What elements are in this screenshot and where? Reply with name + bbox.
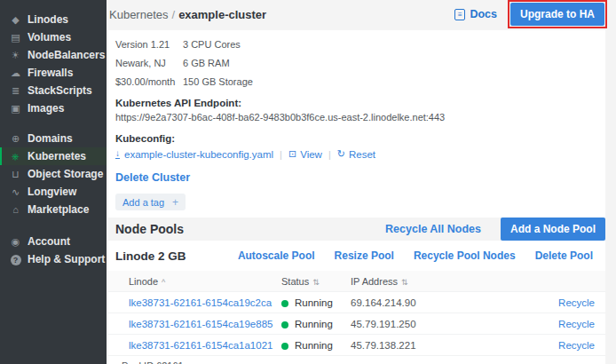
table-row: lke38731-62161-6154ca19c2ca Running 69.1… [108, 291, 605, 313]
cluster-specs: Version 1.21 3 CPU Cores Newark, NJ 6 GB… [115, 39, 253, 87]
sidebar-item-help-support[interactable]: ? Help & Support [0, 250, 107, 268]
kubeconfig-reset-link[interactable]: Reset [349, 149, 375, 160]
node-status: Running [281, 319, 351, 329]
node-pool-card: Linode 2 GB Autoscale Pool Resize Pool R… [108, 241, 605, 364]
object-storage-icon: ⊔ [9, 169, 22, 180]
sidebar-group-divider [0, 117, 107, 130]
sidebar-item-nodebalancers[interactable]: ☀ NodeBalancers [0, 46, 107, 64]
docs-label: Docs [470, 8, 497, 20]
sidebar-item-label: Kubernetes [28, 150, 86, 162]
docs-icon: ≡ [454, 9, 465, 20]
sidebar-item-stackscripts[interactable]: ≣ StackScripts [0, 82, 107, 99]
node-ip: 45.79.138.221 [351, 340, 503, 351]
node-pools-header: Node Pools Recycle All Nodes Add a Node … [108, 218, 605, 241]
main-content: Kubernetes/example-cluster ≡ Docs Upgrad… [107, 0, 616, 364]
sidebar-item-label: Object Storage [28, 168, 103, 180]
cluster-region: Newark, NJ [115, 58, 183, 68]
divider: | [328, 149, 331, 160]
sidebar-item-label: Marketplace [28, 203, 89, 216]
breadcrumb-separator: / [172, 8, 176, 21]
node-status: Running [281, 297, 351, 308]
sidebar-item-domains[interactable]: ⊕ Domains [0, 130, 107, 147]
pool-id-footer: Pool ID 62161 [108, 355, 605, 364]
page-header: Kubernetes/example-cluster ≡ Docs Upgrad… [107, 0, 616, 28]
sidebar-item-label: Linodes [28, 13, 68, 26]
node-pools-title: Node Pools [115, 222, 184, 236]
sidebar-item-marketplace[interactable]: ⌂ Marketplace [0, 201, 107, 218]
node-status: Running [281, 340, 351, 351]
recycle-node-link[interactable]: Recycle [558, 340, 595, 351]
sidebar-item-firewalls[interactable]: ☁ Firewalls [0, 64, 107, 82]
breadcrumb-kubernetes[interactable]: Kubernetes [109, 8, 169, 21]
kubeconfig-view-link[interactable]: View [300, 149, 322, 160]
column-header-linode[interactable]: Linode^ [108, 276, 281, 287]
upgrade-to-ha-button[interactable]: Upgrade to HA [510, 3, 604, 26]
kubeconfig-row: ↓ example-cluster-kubeconfig.yaml | ⊡ Vi… [115, 148, 605, 160]
node-link[interactable]: lke38731-62161-6154ca19e885 [129, 319, 272, 329]
recycle-pool-nodes-link[interactable]: Recycle Pool Nodes [414, 249, 516, 262]
sidebar-item-longview[interactable]: ∿ Longview [0, 183, 107, 201]
sort-icon[interactable]: ⇅ [312, 278, 320, 287]
node-link[interactable]: lke38731-62161-6154ca1a1021 [129, 340, 272, 351]
sidebar-item-account[interactable]: ◉ Account [0, 233, 107, 250]
images-icon: ▣ [9, 103, 22, 115]
cluster-storage: 150 GB Storage [183, 76, 253, 87]
table-header: Linode^ Status⇅ IP Address⇅ [108, 271, 605, 291]
resize-pool-link[interactable]: Resize Pool [335, 249, 394, 262]
node-link[interactable]: lke38731-62161-6154ca19c2ca [129, 297, 272, 308]
delete-pool-link[interactable]: Delete Pool [535, 249, 593, 262]
sidebar-item-label: Volumes [28, 31, 71, 44]
recycle-node-link[interactable]: Recycle [558, 319, 595, 329]
sidebar-item-object-storage[interactable]: ⊔ Object Storage [0, 165, 107, 183]
reset-icon: ↻ [337, 148, 345, 160]
delete-cluster-button[interactable]: Delete Cluster [115, 171, 605, 184]
column-header-status[interactable]: Status⇅ [281, 276, 351, 287]
sidebar-group-divider [0, 218, 107, 233]
cluster-version: Version 1.21 [115, 39, 183, 50]
firewalls-icon: ☁ [9, 67, 22, 79]
sidebar-item-label: Account [28, 235, 70, 248]
linode-icon: ◆ [9, 14, 22, 26]
sort-icon[interactable]: ⇅ [401, 278, 408, 287]
sidebar-item-volumes[interactable]: ▤ Volumes [0, 28, 107, 46]
column-header-ip[interactable]: IP Address⇅ [351, 276, 503, 287]
sidebar-item-label: Help & Support [28, 253, 105, 265]
sidebar-item-images[interactable]: ▣ Images [0, 99, 107, 117]
help-icon: ? [9, 254, 22, 265]
breadcrumb: Kubernetes/example-cluster [109, 8, 266, 21]
breadcrumb-current-cluster: example-cluster [178, 8, 266, 21]
node-ip: 69.164.214.90 [351, 297, 503, 308]
sort-asc-icon[interactable]: ^ [162, 278, 165, 287]
table-row: lke38731-62161-6154ca19e885 Running 45.7… [108, 313, 605, 334]
sidebar-item-linodes[interactable]: ◆ Linodes [0, 11, 107, 28]
api-endpoint-label: Kubernetes API Endpoint: [115, 98, 605, 108]
account-icon: ◉ [9, 236, 22, 248]
view-icon: ⊡ [288, 148, 296, 160]
docs-link[interactable]: ≡ Docs [454, 8, 497, 20]
recycle-all-nodes-link[interactable]: Recycle All Nodes [385, 223, 481, 235]
recycle-node-link[interactable]: Recycle [558, 297, 595, 308]
pool-actions: Autoscale Pool Resize Pool Recycle Pool … [238, 249, 593, 262]
sidebar-item-kubernetes[interactable]: ⎈ Kubernetes [0, 147, 107, 165]
add-tag-button[interactable]: Add a tag + [115, 194, 186, 210]
header-actions: ≡ Docs Upgrade to HA [454, 0, 607, 28]
kubeconfig-label: Kubeconfig: [115, 133, 605, 144]
highlight-box: Upgrade to HA [508, 0, 607, 28]
status-dot-icon [281, 300, 288, 307]
pool-name: Linode 2 GB [115, 249, 186, 263]
cluster-cpu: 3 CPU Cores [183, 39, 253, 50]
kubeconfig-download-link[interactable]: example-cluster-kubeconfig.yaml [124, 149, 273, 160]
autoscale-pool-link[interactable]: Autoscale Pool [238, 249, 315, 262]
sidebar-item-label: NodeBalancers [28, 49, 105, 61]
volumes-icon: ▤ [9, 32, 22, 44]
sidebar-item-label: StackScripts [28, 84, 92, 97]
plus-icon: + [172, 196, 178, 209]
pool-header: Linode 2 GB Autoscale Pool Resize Pool R… [108, 241, 605, 271]
add-node-pool-button[interactable]: Add a Node Pool [501, 218, 605, 241]
download-icon[interactable]: ↓ [115, 149, 120, 159]
node-ip: 45.79.191.250 [351, 319, 503, 329]
longview-icon: ∿ [9, 186, 22, 198]
cluster-ram: 6 GB RAM [183, 58, 253, 68]
sidebar-item-label: Longview [28, 186, 76, 198]
sidebar-item-label: Domains [28, 132, 73, 145]
